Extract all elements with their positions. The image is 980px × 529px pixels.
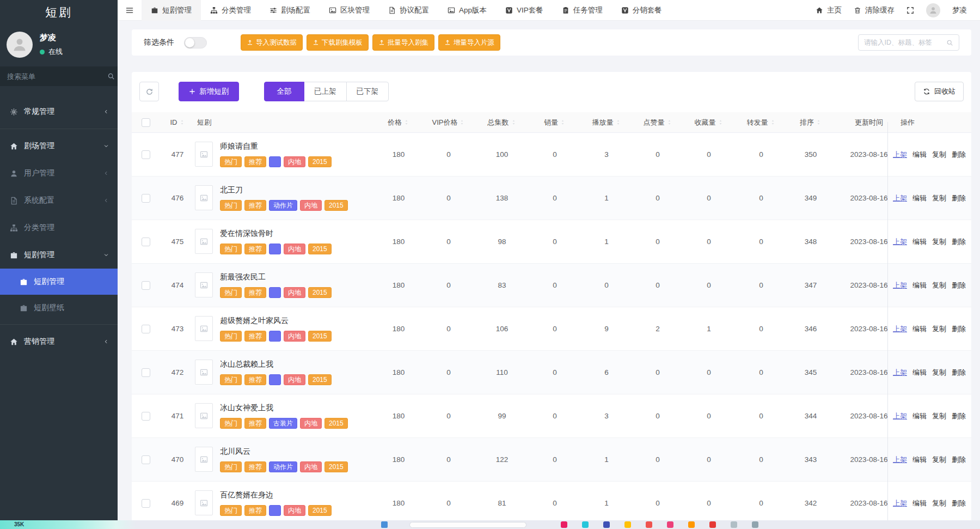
column-header-sort[interactable]: 排序 [787, 118, 834, 127]
cover-placeholder[interactable] [195, 316, 213, 341]
row-checkbox[interactable] [142, 150, 150, 159]
tab-protocol[interactable]: 协议配置 [379, 0, 438, 21]
cover-placeholder[interactable] [195, 229, 213, 254]
filter-tab-off-shelf[interactable]: 已下架 [346, 82, 389, 101]
home-button[interactable]: 主页 [816, 5, 842, 15]
topbar-avatar[interactable] [926, 3, 940, 17]
op-edit-link[interactable]: 编辑 [912, 150, 927, 160]
op-delete-link[interactable]: 删除 [952, 324, 966, 334]
taskbar-app-icon[interactable] [688, 521, 695, 528]
row-checkbox[interactable] [142, 368, 150, 377]
sidebar-search-input[interactable] [7, 72, 103, 81]
sidebar-item-drama-manage[interactable]: 短剧管理 [0, 269, 118, 295]
taskbar-start-icon[interactable] [381, 521, 388, 528]
op-delete-link[interactable]: 删除 [952, 281, 966, 290]
tab-task[interactable]: 任务管理 [553, 0, 612, 21]
search-icon[interactable] [946, 39, 953, 46]
batch-import-episodes-button[interactable]: 批量导入剧集 [372, 34, 434, 51]
op-delete-link[interactable]: 删除 [952, 150, 966, 160]
taskbar-app-icon[interactable] [624, 521, 631, 528]
op-copy-link[interactable]: 复制 [932, 498, 946, 508]
tab-app-version[interactable]: App版本 [438, 0, 496, 21]
op-edit-link[interactable]: 编辑 [912, 455, 927, 465]
taskbar-app-icon[interactable] [561, 521, 567, 528]
op-edit-link[interactable]: 编辑 [912, 324, 927, 334]
op-edit-link[interactable]: 编辑 [912, 281, 927, 290]
sidebar-item-category[interactable]: 分类管理 [0, 214, 118, 241]
row-checkbox[interactable] [142, 499, 150, 508]
topbar-username[interactable]: 梦凌 [952, 5, 967, 15]
op-copy-link[interactable]: 复制 [932, 281, 946, 290]
taskbar-app-icon[interactable] [646, 521, 652, 528]
column-header-vip[interactable]: VIP价格 [422, 118, 475, 127]
taskbar-app-icon[interactable] [582, 521, 589, 528]
column-header-price[interactable]: 价格 [375, 118, 422, 127]
import-test-data-button[interactable]: 导入测试数据 [241, 34, 303, 51]
sidebar-item-marketing[interactable]: 营销管理 [0, 328, 118, 355]
column-header-sales[interactable]: 销量 [529, 118, 580, 127]
sidebar-item-general[interactable]: 常规管理 [0, 98, 118, 125]
op-copy-link[interactable]: 复制 [932, 150, 946, 160]
cover-placeholder[interactable] [195, 447, 213, 472]
taskbar-app-icon[interactable] [709, 521, 716, 528]
op-delete-link[interactable]: 删除 [952, 237, 966, 247]
op-copy-link[interactable]: 复制 [932, 193, 946, 203]
op-edit-link[interactable]: 编辑 [912, 498, 927, 508]
fullscreen-button[interactable] [906, 7, 914, 14]
row-checkbox[interactable] [142, 455, 150, 464]
op-delete-link[interactable]: 删除 [952, 368, 966, 378]
op-delete-link[interactable]: 删除 [952, 455, 966, 465]
clear-cache-button[interactable]: 清除缓存 [854, 5, 895, 15]
tab-drama[interactable]: 短剧管理 [142, 0, 201, 21]
cover-placeholder[interactable] [195, 403, 213, 428]
op-edit-link[interactable]: 编辑 [912, 237, 927, 247]
column-header-plays[interactable]: 播放量 [580, 118, 633, 127]
tab-vip[interactable]: VIP套餐 [496, 0, 553, 21]
row-checkbox[interactable] [142, 194, 150, 203]
column-header-likes[interactable]: 点赞量 [633, 118, 683, 127]
row-checkbox[interactable] [142, 412, 150, 421]
sidebar-item-drama-wallpaper[interactable]: 短剧壁纸 [0, 295, 118, 321]
op-delete-link[interactable]: 删除 [952, 193, 966, 203]
tab-category[interactable]: 分类管理 [201, 0, 260, 21]
op-copy-link[interactable]: 复制 [932, 368, 946, 378]
taskbar-app-icon[interactable] [752, 521, 758, 528]
sidebar-item-theater[interactable]: 剧场管理 [0, 132, 118, 160]
row-checkbox[interactable] [142, 325, 150, 333]
sidebar-item-users[interactable]: 用户管理 [0, 160, 118, 187]
filter-tab-all[interactable]: 全部 [264, 82, 304, 101]
row-checkbox[interactable] [142, 281, 150, 290]
add-drama-button[interactable]: 新增短剧 [179, 82, 239, 101]
table-search-input[interactable] [864, 39, 942, 46]
column-header-eps[interactable]: 总集数 [475, 118, 529, 127]
column-header-shares[interactable]: 转发量 [735, 118, 787, 127]
row-checkbox[interactable] [142, 238, 150, 246]
op-copy-link[interactable]: 复制 [932, 455, 946, 465]
sidebar-item-drama[interactable]: 短剧管理 [0, 241, 118, 269]
taskbar-app-icon[interactable] [667, 521, 673, 528]
refresh-button[interactable] [139, 82, 159, 101]
taskbar-app-icon[interactable] [603, 521, 610, 528]
cover-placeholder[interactable] [195, 185, 213, 210]
cover-placeholder[interactable] [195, 142, 213, 167]
column-header-id[interactable]: ID [160, 118, 195, 126]
taskbar-app-icon[interactable] [731, 521, 737, 528]
tab-distribution[interactable]: 分销套餐 [612, 0, 671, 21]
cover-placeholder[interactable] [195, 490, 213, 515]
op-edit-link[interactable]: 编辑 [912, 368, 927, 378]
op-delete-link[interactable]: 删除 [952, 498, 966, 508]
taskbar-search-box[interactable] [409, 522, 526, 528]
select-all-checkbox[interactable] [142, 118, 150, 127]
menu-toggle-button[interactable] [118, 0, 142, 21]
op-copy-link[interactable]: 复制 [932, 411, 946, 421]
recycle-bin-button[interactable]: 回收站 [915, 82, 964, 101]
sidebar-item-system-config[interactable]: 系统配置 [0, 187, 118, 214]
op-copy-link[interactable]: 复制 [932, 324, 946, 334]
search-icon[interactable] [107, 72, 115, 80]
incremental-import-source-button[interactable]: 增量导入片源 [438, 34, 500, 51]
op-delete-link[interactable]: 删除 [952, 411, 966, 421]
download-episode-template-button[interactable]: 下载剧集模板 [307, 34, 369, 51]
tab-block[interactable]: 区块管理 [320, 0, 379, 21]
op-edit-link[interactable]: 编辑 [912, 411, 927, 421]
cover-placeholder[interactable] [195, 360, 213, 385]
